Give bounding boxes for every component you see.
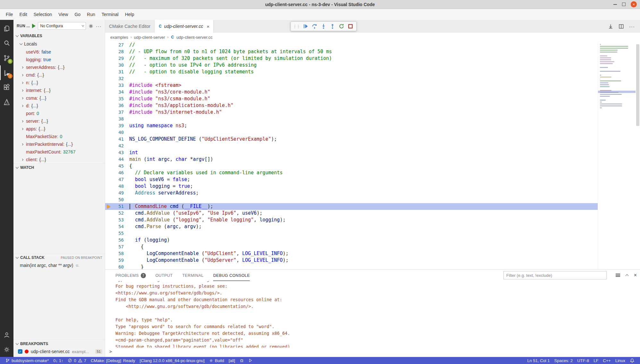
gutter-glyph-margin[interactable] [105, 95, 112, 102]
settings-gear-icon[interactable] [0, 342, 13, 357]
variable-row[interactable]: serverAddress:{...} [13, 63, 105, 71]
panel-tab-problems[interactable]: PROBLEMS7 [115, 269, 146, 281]
call-stack-section-header[interactable]: CALL STACK PAUSED ON BREAKPOINT [13, 254, 105, 261]
source-control-icon[interactable]: 6 [0, 51, 13, 65]
extensions-icon[interactable] [0, 80, 13, 95]
code-line[interactable]: 43int [105, 149, 598, 156]
menu-edit[interactable]: Edit [16, 10, 30, 19]
close-tab-icon[interactable]: × [206, 24, 209, 29]
variable-row[interactable]: useV6:false [13, 48, 105, 56]
gutter-glyph-margin[interactable] [105, 183, 112, 190]
cursor-position-item[interactable]: Ln 51, Col 1 [525, 358, 552, 363]
launch-target-icon[interactable] [246, 359, 255, 362]
code-line[interactable]: 42 [105, 143, 598, 149]
search-icon[interactable] [0, 36, 13, 51]
code-line[interactable]: 45{ [105, 163, 598, 170]
cmake-build-item[interactable]: Build [207, 358, 226, 363]
continue-button[interactable] [301, 22, 310, 30]
menu-file[interactable]: File [3, 10, 16, 19]
code-line[interactable]: 55 [105, 230, 598, 237]
explorer-icon[interactable] [0, 21, 13, 36]
menu-view[interactable]: View [55, 10, 71, 19]
variable-row[interactable]: d:{...} [13, 102, 105, 110]
gutter-glyph-margin[interactable] [105, 210, 112, 217]
gutter-glyph-margin[interactable] [105, 89, 112, 95]
code-line[interactable]: 57 { [105, 244, 598, 250]
menu-help[interactable]: Help [122, 10, 138, 19]
tab-cmake-cache-editor[interactable]: CMake Cache Editor [105, 20, 155, 33]
gutter-glyph-margin[interactable] [105, 62, 112, 69]
variable-row[interactable]: port:0 [13, 110, 105, 117]
code-line[interactable]: 52 cmd.AddValue ("useIpv6", "Use Ipv6", … [105, 210, 598, 217]
code-line[interactable]: 53 cmd.AddValue ("logging", "Enable logg… [105, 217, 598, 223]
menu-go[interactable]: Go [71, 10, 84, 19]
debug-config-select[interactable]: No Configura [38, 22, 86, 30]
gutter-glyph-margin[interactable] [105, 69, 112, 75]
panel-tab-output[interactable]: OUTPUT [156, 269, 173, 281]
debug-target-icon[interactable] [237, 358, 246, 363]
run-and-debug-icon[interactable]: 1 [0, 65, 13, 80]
code-line[interactable]: 56 if (logging) [105, 237, 598, 244]
code-line[interactable]: 28// - UDP flow from n0 to n1 of 1024 by… [105, 48, 598, 55]
gutter-glyph-margin[interactable] [105, 102, 112, 109]
locals-scope-row[interactable]: Locals [13, 40, 105, 48]
eol-item[interactable]: LF [591, 358, 601, 363]
open-changes-icon[interactable] [608, 24, 613, 29]
code-line[interactable]: 60 } [105, 264, 598, 269]
breadcrumb-item-file[interactable]: udp-client-server.cc [176, 35, 213, 40]
split-editor-icon[interactable] [619, 24, 624, 29]
account-icon[interactable] [0, 327, 13, 342]
encoding-item[interactable]: UTF-8 [575, 358, 591, 363]
menu-terminal[interactable]: Terminal [98, 10, 122, 19]
os-item[interactable]: Linux [613, 358, 627, 363]
git-sync-item[interactable]: 0↓ 1↑ [51, 358, 65, 363]
code-editor[interactable]: 27//28// - UDP flow from n0 to n1 of 102… [105, 42, 640, 269]
gutter-glyph-margin[interactable] [105, 250, 112, 257]
gutter-glyph-margin[interactable] [105, 149, 112, 156]
more-actions-icon[interactable]: ··· [96, 23, 102, 29]
problems-item[interactable]: 0 7 [65, 358, 88, 363]
gutter-glyph-margin[interactable] [105, 122, 112, 129]
gutter-glyph-margin[interactable] [105, 170, 112, 176]
close-window-icon[interactable]: × [631, 1, 637, 7]
code-line[interactable]: 59 LogComponentEnable ("UdpServer", LOG_… [105, 257, 598, 264]
code-line[interactable]: 30// - option to use IPv4 or IPv6 addres… [105, 62, 598, 69]
code-line[interactable]: 36#include "ns3/applications-module.h" [105, 102, 598, 109]
variable-row[interactable]: n:{...} [13, 79, 105, 87]
minimize-icon[interactable] [613, 4, 617, 5]
tab-udp-client-server[interactable]: C udp-client-server.cc × [155, 20, 214, 33]
variable-row[interactable]: maxPacketCount:32767 [13, 148, 105, 156]
code-line[interactable]: 32 [105, 75, 598, 82]
cmake-icon[interactable] [0, 95, 13, 110]
indentation-item[interactable]: Spaces: 2 [552, 358, 575, 363]
gutter-glyph-margin[interactable] [105, 42, 112, 48]
code-line[interactable]: 44main (int argc, char *argv[]) [105, 156, 598, 163]
step-over-button[interactable] [310, 22, 319, 30]
code-line[interactable]: 48 bool logging = true; [105, 183, 598, 190]
code-line[interactable]: 51 CommandLine cmd (__FILE__); [105, 203, 598, 210]
drag-handle-icon[interactable]: ⋮⋮ [292, 24, 301, 29]
build-target-item[interactable]: [all] [226, 358, 237, 363]
close-panel-icon[interactable]: × [634, 272, 637, 278]
panel-tab-terminal[interactable]: TERMINAL [182, 269, 203, 281]
stack-frame-row[interactable]: main(int argc, char ** argv) u. [13, 261, 105, 269]
restart-button[interactable] [337, 22, 346, 30]
editor-scrollbar[interactable] [636, 42, 640, 269]
code-line[interactable]: 49 Address serverAddress; [105, 190, 598, 196]
variable-row[interactable]: apps:{...} [13, 125, 105, 133]
maximize-icon[interactable] [622, 3, 626, 6]
language-mode-item[interactable]: C++ [601, 358, 613, 363]
breadcrumb-item-examples[interactable]: examples [110, 35, 128, 40]
code-line[interactable]: 38 [105, 116, 598, 122]
debug-console[interactable]: Type "show configuration" for configurat… [105, 281, 640, 357]
variable-row[interactable]: interPacketInterval:{...} [13, 140, 105, 148]
gutter-glyph-margin[interactable] [105, 264, 112, 269]
variable-row[interactable]: client:{...} [13, 156, 105, 163]
gutter-glyph-margin[interactable] [105, 143, 112, 149]
git-branch-item[interactable]: buildsystem-cmake* [3, 358, 51, 363]
code-line[interactable]: 29// - maximum of 320 packets sent (or l… [105, 55, 598, 62]
maximize-panel-icon[interactable] [625, 274, 628, 277]
minimap[interactable] [598, 42, 636, 269]
gutter-glyph-margin[interactable] [105, 116, 112, 122]
console-filter-input[interactable] [503, 271, 607, 279]
